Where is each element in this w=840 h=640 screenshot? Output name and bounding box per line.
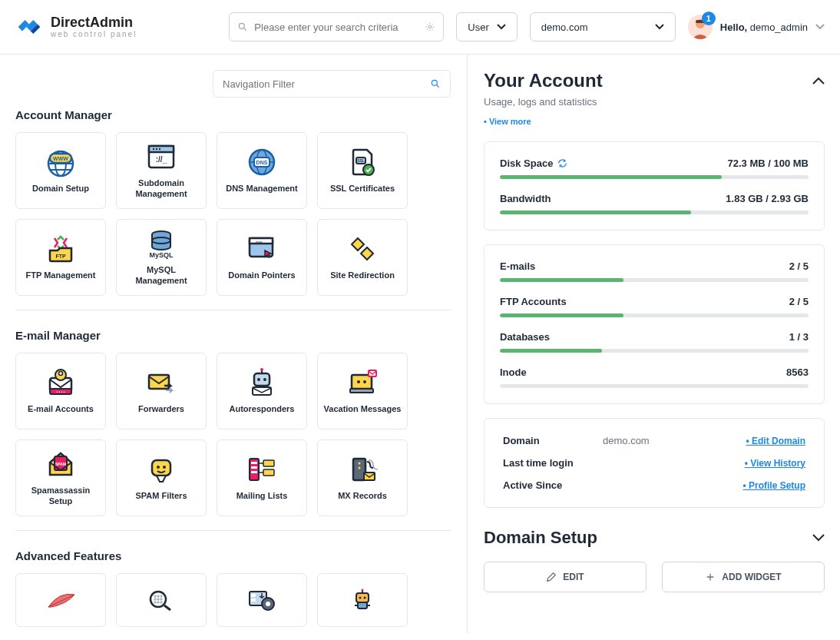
logo-name: DirectAdmin xyxy=(51,15,137,31)
stat-emails-bar xyxy=(500,278,809,282)
svg-text:www: www xyxy=(256,240,263,244)
svg-rect-68 xyxy=(364,473,375,480)
tile-spamassassin-setup[interactable]: SPAM Spamassassin Setup xyxy=(15,439,106,516)
spam-filter-face-icon xyxy=(144,454,178,485)
ftp-folder-icon: FTP xyxy=(44,234,78,264)
svg-text:MySQL: MySQL xyxy=(149,251,174,259)
svg-rect-61 xyxy=(263,460,274,466)
tile-label: Site Redirection xyxy=(330,270,395,281)
stat-ftp-value: 2 / 5 xyxy=(789,296,809,307)
svg-point-76 xyxy=(266,602,270,606)
tile-ssl-certificates[interactable]: SSL SSL Certificates xyxy=(317,132,408,209)
tile-mailing-lists[interactable]: Mailing Lists xyxy=(217,439,307,516)
domain-dropdown[interactable]: demo.com xyxy=(530,12,676,41)
tile-forwarders[interactable]: Forwarders xyxy=(116,353,207,429)
tile-label: E-mail Accounts xyxy=(28,404,94,415)
tile-autoresponders[interactable]: Autoresponders xyxy=(217,353,307,429)
info-domain-label: Domain xyxy=(503,435,603,446)
svg-rect-40 xyxy=(149,375,169,389)
info-login-label: Last time login xyxy=(503,457,603,469)
collapse-icon[interactable] xyxy=(812,77,825,85)
hello-text: Hello, demo_admin xyxy=(720,22,808,33)
svg-point-67 xyxy=(359,467,361,469)
usage-card-1: Disk Space 72.3 MB / 100 MB Bandwidth 1.… xyxy=(484,141,825,230)
role-dropdown-label: User xyxy=(468,22,488,33)
view-history-link[interactable]: • View History xyxy=(745,458,805,469)
svg-point-5 xyxy=(432,80,437,85)
feather-icon xyxy=(44,585,78,615)
mailing-list-icon xyxy=(245,454,279,485)
profile-setup-link[interactable]: • Profile Setup xyxy=(742,480,805,491)
ssl-certificate-icon: SSL xyxy=(346,147,379,177)
svg-point-0 xyxy=(240,23,245,28)
edit-domain-link[interactable]: • Edit Domain xyxy=(746,436,805,446)
tile-label: Domain Setup xyxy=(32,184,89,194)
svg-rect-59 xyxy=(251,466,257,469)
svg-line-6 xyxy=(437,85,439,88)
svg-rect-73 xyxy=(251,594,256,597)
tile-spam-filters[interactable]: SPAM Filters xyxy=(116,439,207,516)
logo-icon xyxy=(15,13,43,41)
robot-icon xyxy=(346,585,379,615)
svg-text:://_: ://_ xyxy=(156,155,167,164)
svg-rect-58 xyxy=(251,462,257,464)
svg-point-37 xyxy=(59,372,63,376)
tile-label: Autoresponders xyxy=(230,404,295,415)
svg-rect-60 xyxy=(251,471,257,473)
tile-subdomain-management[interactable]: ://_ Subdomain Management xyxy=(116,132,207,209)
section-title-email: E-mail Manager xyxy=(15,329,451,342)
add-widget-button[interactable]: ADD WIDGET xyxy=(662,562,825,592)
tile-mx-records[interactable]: MX Records xyxy=(317,439,408,516)
tile-label: DNS Management xyxy=(226,184,298,194)
svg-text:SSL: SSL xyxy=(357,158,365,163)
tile-label: SSL Certificates xyxy=(330,184,395,194)
tile-email-accounts[interactable]: • • • • E-mail Accounts xyxy=(15,353,106,429)
stat-emails-label: E-mails xyxy=(500,260,535,272)
role-dropdown[interactable]: User xyxy=(456,12,517,41)
svg-point-66 xyxy=(359,463,361,465)
laptop-mail-icon xyxy=(346,367,379,398)
tile-advanced-3[interactable] xyxy=(217,573,307,627)
tile-ftp-management[interactable]: FTP FTP Management xyxy=(15,219,106,296)
stat-inode-label: Inode xyxy=(500,366,527,378)
svg-point-79 xyxy=(364,597,366,599)
gear-icon[interactable] xyxy=(425,22,435,32)
stat-emails-value: 2 / 5 xyxy=(789,260,809,272)
tile-domain-pointers[interactable]: www Domain Pointers xyxy=(217,219,307,296)
navigation-filter[interactable] xyxy=(213,70,451,98)
account-panel: Your Account Usage, logs and statistics … xyxy=(468,55,840,633)
svg-text:WWW: WWW xyxy=(53,156,68,161)
tile-advanced-1[interactable] xyxy=(15,573,106,627)
mysql-icon: MySQL xyxy=(144,228,178,259)
user-menu[interactable]: 1 Hello, demo_admin xyxy=(688,15,825,39)
tile-label: SPAM Filters xyxy=(135,491,187,502)
section-title-advanced: Advanced Features xyxy=(15,549,451,562)
tile-mysql-management[interactable]: MySQL MySQL Management xyxy=(116,219,207,296)
browser-pointer-icon: www xyxy=(245,234,279,264)
refresh-icon[interactable] xyxy=(557,158,567,168)
view-more-link[interactable]: • View more xyxy=(484,117,531,126)
tile-domain-setup[interactable]: WWW Domain Setup xyxy=(15,132,106,209)
svg-point-2 xyxy=(429,25,432,28)
email-lock-icon: • • • • xyxy=(44,367,78,398)
info-active-label: Active Since xyxy=(503,479,603,491)
tile-vacation-messages[interactable]: Vacation Messages xyxy=(317,353,408,429)
tile-advanced-4[interactable] xyxy=(317,573,408,627)
svg-point-17 xyxy=(156,148,157,150)
global-search[interactable] xyxy=(229,12,444,41)
tile-dns-management[interactable]: DNS DNS Management xyxy=(217,132,307,209)
domain-setup-title: Domain Setup xyxy=(484,528,597,548)
tile-label: MX Records xyxy=(338,491,387,502)
account-title: Your Account xyxy=(484,70,603,91)
add-widget-button-label: ADD WIDGET xyxy=(722,572,781,582)
stat-db-value: 1 / 3 xyxy=(789,331,809,343)
tile-site-redirection[interactable]: Site Redirection xyxy=(317,219,408,296)
stat-ftp-bar xyxy=(500,313,809,317)
tile-advanced-2[interactable] xyxy=(116,573,207,627)
logo[interactable]: DirectAdmin web control panel xyxy=(15,13,137,41)
expand-icon[interactable] xyxy=(812,534,825,542)
global-search-input[interactable] xyxy=(254,22,418,33)
navigation-filter-input[interactable] xyxy=(223,78,430,90)
edit-button[interactable]: EDIT xyxy=(484,562,647,592)
chevron-down-icon xyxy=(497,24,506,30)
